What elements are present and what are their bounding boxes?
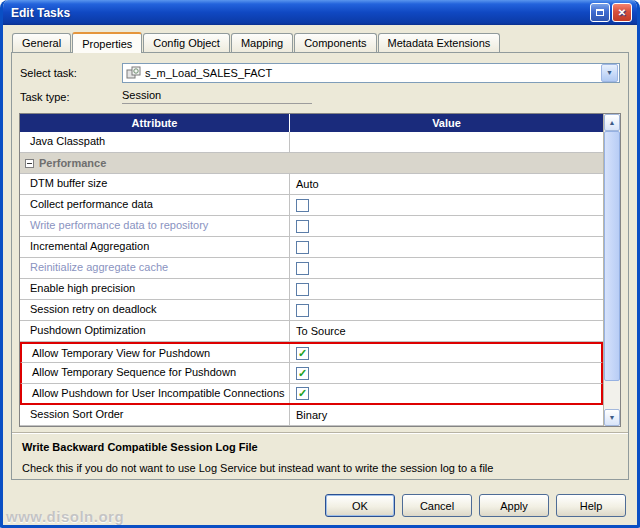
- table-row[interactable]: DTM buffer sizeAuto: [20, 174, 603, 195]
- value-cell: [290, 132, 603, 152]
- table-row[interactable]: Pushdown OptimizationTo Source: [20, 321, 603, 342]
- value-cell: ✓: [290, 384, 601, 403]
- value-cell: [290, 237, 603, 257]
- table-row[interactable]: Session Sort OrderBinary: [20, 405, 603, 426]
- checkbox[interactable]: [296, 199, 309, 212]
- tab-properties[interactable]: Properties: [72, 32, 142, 53]
- collapse-minus-icon[interactable]: [25, 159, 34, 168]
- task-type-label: Task type:: [20, 91, 122, 103]
- attribute-label: Incremental Aggregation: [20, 237, 290, 257]
- group-row-performance[interactable]: Performance: [20, 153, 603, 174]
- scroll-down-button[interactable]: ▼: [604, 409, 620, 426]
- task-form: Select task: s_m_Load_SALES_FACT ▼: [12, 53, 628, 111]
- value-cell: ✓: [290, 363, 601, 383]
- scroll-down-icon: ▼: [609, 414, 616, 421]
- session-task-icon: [126, 66, 142, 80]
- tab-metadata-extensions[interactable]: Metadata Extensions: [378, 33, 501, 52]
- table-row[interactable]: Session retry on deadlock: [20, 300, 603, 321]
- attribute-label: Session retry on deadlock: [20, 300, 290, 320]
- tab-components[interactable]: Components: [294, 33, 376, 52]
- value-cell[interactable]: Binary: [290, 405, 603, 425]
- attribute-label: Enable high precision: [20, 279, 290, 299]
- chevron-down-icon: ▼: [606, 69, 613, 76]
- value-cell: [290, 300, 603, 320]
- select-task-label: Select task:: [20, 67, 122, 79]
- tab-config-object[interactable]: Config Object: [143, 33, 230, 52]
- attribute-label: Collect performance data: [20, 195, 290, 215]
- checkbox[interactable]: [296, 304, 309, 317]
- value-cell: ✓: [290, 344, 601, 362]
- table-row[interactable]: Write performance data to repository: [20, 216, 603, 237]
- task-type-row: Task type: Session: [20, 85, 620, 108]
- value-cell: [290, 279, 603, 299]
- scroll-up-button[interactable]: ▲: [604, 114, 620, 131]
- checkbox[interactable]: ✓: [296, 387, 309, 400]
- description-text: Check this if you do not want to use Log…: [22, 462, 618, 474]
- edit-tasks-dialog: Edit Tasks ✕ GeneralPropertiesConfig Obj…: [0, 0, 640, 528]
- attribute-label: Allow Temporary View for Pushdown: [22, 344, 290, 362]
- tab-general[interactable]: General: [12, 33, 71, 52]
- table-row[interactable]: Enable high precision: [20, 279, 603, 300]
- task-type-value: Session: [122, 89, 312, 104]
- dialog-buttons: OKCancelApplyHelp: [325, 494, 626, 517]
- attribute-column-header[interactable]: Attribute: [20, 114, 290, 132]
- description-title: Write Backward Compatible Session Log Fi…: [22, 441, 618, 453]
- attribute-label: DTM buffer size: [20, 174, 290, 194]
- table-row[interactable]: Allow Temporary View for Pushdown✓: [20, 342, 603, 363]
- attribute-label: Session Sort Order: [20, 405, 290, 425]
- attribute-label: Write performance data to repository: [20, 216, 290, 236]
- help-button[interactable]: Help: [556, 494, 626, 517]
- checkbox[interactable]: [296, 220, 309, 233]
- checkbox[interactable]: [296, 283, 309, 296]
- maximize-icon: [596, 9, 604, 16]
- properties-tab-pane: Select task: s_m_Load_SALES_FACT ▼: [11, 52, 629, 480]
- attributes-table-body: Attribute Value Java ClasspathPerformanc…: [20, 114, 603, 426]
- value-cell: [290, 216, 603, 236]
- scroll-up-icon: ▲: [609, 119, 616, 126]
- value-column-header[interactable]: Value: [290, 114, 603, 132]
- checkbox[interactable]: ✓: [296, 347, 309, 360]
- title-bar[interactable]: Edit Tasks ✕: [3, 0, 637, 25]
- tab-mapping[interactable]: Mapping: [231, 33, 293, 52]
- table-row[interactable]: Allow Pushdown for User Incompatible Con…: [20, 384, 603, 405]
- maximize-button[interactable]: [590, 3, 610, 22]
- attribute-description: Write Backward Compatible Session Log Fi…: [12, 432, 628, 474]
- close-button[interactable]: ✕: [612, 3, 632, 22]
- select-task-value: s_m_Load_SALES_FACT: [145, 67, 601, 79]
- attribute-label: Allow Pushdown for User Incompatible Con…: [22, 384, 290, 403]
- watermark: www.disoln.org: [6, 508, 124, 525]
- scrollbar-thumb[interactable]: [604, 131, 620, 381]
- combo-dropdown-button[interactable]: ▼: [601, 64, 618, 82]
- value-text: Binary: [296, 406, 327, 425]
- table-row[interactable]: Java Classpath: [20, 132, 603, 153]
- checkbox[interactable]: [296, 241, 309, 254]
- table-row[interactable]: Reinitialize aggregate cache: [20, 258, 603, 279]
- window-title: Edit Tasks: [11, 6, 588, 20]
- tab-strip: GeneralPropertiesConfig ObjectMappingCom…: [3, 25, 637, 52]
- attribute-label: Allow Temporary Sequence for Pushdown: [22, 363, 290, 383]
- checkbox[interactable]: ✓: [296, 367, 309, 380]
- value-cell[interactable]: Auto: [290, 174, 603, 194]
- table-row[interactable]: Allow Temporary Sequence for Pushdown✓: [20, 363, 603, 384]
- value-cell: [290, 195, 603, 215]
- value-cell[interactable]: To Source: [290, 321, 603, 341]
- attributes-table: Attribute Value Java ClasspathPerformanc…: [19, 113, 621, 427]
- vertical-scrollbar[interactable]: ▲ ▼: [603, 114, 620, 426]
- select-task-combobox[interactable]: s_m_Load_SALES_FACT ▼: [122, 63, 620, 83]
- ok-button[interactable]: OK: [325, 494, 395, 517]
- table-row[interactable]: Incremental Aggregation: [20, 237, 603, 258]
- group-label: Performance: [39, 157, 106, 169]
- table-row[interactable]: Collect performance data: [20, 195, 603, 216]
- attribute-label: Java Classpath: [20, 132, 290, 152]
- value-text: To Source: [296, 322, 346, 341]
- apply-button[interactable]: Apply: [479, 494, 549, 517]
- table-rows: Java ClasspathPerformanceDTM buffer size…: [20, 132, 603, 426]
- close-icon: ✕: [618, 7, 626, 18]
- checkbox[interactable]: [296, 262, 309, 275]
- value-cell: [290, 258, 603, 278]
- cancel-button[interactable]: Cancel: [402, 494, 472, 517]
- attribute-label: Reinitialize aggregate cache: [20, 258, 290, 278]
- table-header-row: Attribute Value: [20, 114, 603, 132]
- attribute-label: Pushdown Optimization: [20, 321, 290, 341]
- select-task-row: Select task: s_m_Load_SALES_FACT ▼: [20, 60, 620, 85]
